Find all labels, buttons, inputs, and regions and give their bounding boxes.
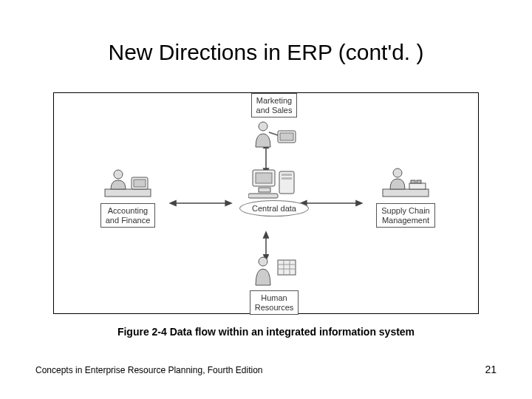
svg-point-20 — [393, 168, 402, 177]
accountant-icon — [102, 167, 154, 200]
bottom-node: Human Resources — [237, 254, 311, 315]
svg-point-29 — [259, 257, 267, 266]
figure-caption: Figure 2-4 Data flow within an integrate… — [0, 326, 532, 338]
figure-frame: Central data Marketing and Sales Accou — [53, 92, 479, 314]
svg-rect-18 — [134, 180, 146, 187]
svg-point-11 — [259, 122, 267, 131]
svg-rect-22 — [411, 180, 415, 183]
svg-rect-5 — [256, 173, 272, 183]
svg-rect-21 — [409, 183, 426, 189]
right-node: Supply Chain Management — [361, 167, 450, 228]
left-node: Accounting and Finance — [83, 167, 172, 228]
slide: New Directions in ERP (cont'd. ) — [0, 0, 532, 399]
top-label: Marketing and Sales — [251, 93, 298, 117]
svg-rect-10 — [248, 194, 278, 198]
footer-source: Concepts in Enterprise Resource Planning… — [35, 365, 263, 375]
center-node: Central data — [237, 167, 311, 216]
svg-rect-9 — [282, 177, 292, 180]
svg-line-14 — [269, 132, 278, 135]
svg-rect-8 — [282, 174, 292, 176]
svg-rect-13 — [280, 133, 293, 140]
top-node: Marketing and Sales — [237, 90, 311, 151]
hr-person-icon — [248, 254, 300, 287]
center-label: Central data — [239, 200, 309, 216]
svg-rect-6 — [259, 188, 270, 192]
svg-rect-19 — [383, 189, 429, 197]
slide-title: New Directions in ERP (cont'd. ) — [0, 40, 532, 65]
svg-point-16 — [114, 170, 123, 179]
bottom-label: Human Resources — [250, 290, 299, 315]
left-label: Accounting and Finance — [100, 203, 156, 228]
salesperson-icon — [248, 117, 300, 151]
svg-rect-15 — [105, 189, 151, 197]
svg-rect-23 — [417, 180, 421, 183]
supplychain-icon — [380, 167, 432, 200]
page-number: 21 — [485, 364, 497, 375]
right-label: Supply Chain Management — [376, 203, 434, 228]
computer-icon — [248, 167, 300, 200]
svg-rect-24 — [278, 260, 296, 275]
